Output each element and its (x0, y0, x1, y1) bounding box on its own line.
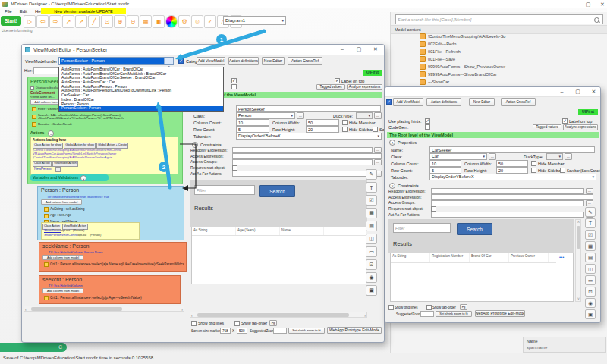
show-person-vmincontrol-link[interactable]: ShowPersonVmInControl (44, 234, 78, 237)
check-icon[interactable]: ✓ (204, 15, 216, 28)
pointer-arrow-icon[interactable]: ↗ (62, 15, 74, 28)
person-nesting-box[interactable]: Person : Person TV: IsSeekerResultGrid: … (37, 186, 184, 240)
readonly-dots-button[interactable]: ... (374, 147, 382, 153)
grid-tool-icon[interactable]: ▦ (585, 241, 596, 251)
set-shrink-zoom-button[interactable]: Set shrink zoom to fit (436, 311, 472, 317)
forward-icon[interactable]: ⇨ (49, 15, 61, 28)
seekcrit-crit-row[interactable]: Crit1 : Person.allInstances->select(p|p.… (44, 296, 178, 300)
menu-item[interactable]: File (5, 9, 12, 14)
class-select[interactable]: Car (429, 153, 487, 160)
tagged-values-button[interactable]: Tagged values (316, 84, 345, 90)
add-column-from-model-button[interactable]: Add column from model (42, 288, 83, 293)
button-tool-icon[interactable]: ▭ (585, 275, 596, 285)
camera-tool-icon[interactable]: ◉ (585, 298, 596, 308)
action-definitions-button[interactable]: Action definitions (426, 98, 461, 106)
hide-sidebar-checkbox[interactable] (531, 168, 536, 173)
readonly-dots-button[interactable]: ... (586, 188, 593, 194)
show-grid-lines-checkbox[interactable] (191, 321, 197, 326)
webapp-prototype-button[interactable]: WebApp Prototype Edit-Mode (475, 310, 525, 317)
access-groups-field[interactable] (431, 200, 584, 206)
edit-tool-icon[interactable]: ✎ (366, 169, 377, 180)
access-groups-dots-button[interactable]: ... (374, 159, 382, 165)
app-close-icon[interactable]: ✕ (596, 0, 607, 9)
ducktype-select[interactable] (356, 112, 373, 119)
association-icon[interactable]: ↗ (75, 15, 87, 28)
access-expression-field[interactable] (232, 153, 382, 159)
save-tool-icon[interactable]: ⊡ (366, 259, 377, 270)
tree-item[interactable]: ---ShowCar (391, 78, 607, 86)
gears-icon[interactable]: ⚙ (178, 15, 190, 28)
grid-icon[interactable]: ▦ (140, 15, 152, 28)
name-field[interactable] (236, 105, 381, 112)
column-width-field[interactable] (306, 119, 339, 126)
viewmodel-column-row[interactable]: AsString : self.asString (44, 207, 173, 212)
results-column-header[interactable]: As String (391, 253, 430, 262)
suggested-zoom-field[interactable] (420, 311, 434, 317)
button-tool-icon[interactable]: ▭ (366, 246, 377, 257)
uifirst-badge[interactable]: UIFirst (578, 109, 598, 115)
calendar-tool-icon[interactable]: ▤ (585, 253, 596, 262)
act-as-field[interactable] (431, 212, 584, 218)
scrollbar-thumb[interactable] (577, 226, 580, 249)
act-as-field[interactable] (232, 171, 373, 177)
analyze-expressions-button[interactable]: Analyze expressions (563, 124, 598, 130)
taborder-select[interactable]: DisplayOrderYBeforeX (429, 174, 596, 180)
column-width-field[interactable] (496, 160, 528, 167)
win2-maximize-icon[interactable]: ▢ (572, 87, 583, 96)
new-person-link[interactable]: NewPerson (34, 167, 52, 171)
requires-root-checkbox[interactable] (431, 206, 436, 212)
set-shrink-zoom-button[interactable]: Set shrink zoom to fit (288, 328, 325, 334)
size-width-field[interactable] (220, 328, 231, 334)
scroll-up-icon[interactable]: ˄ (577, 220, 580, 224)
ducktype-select[interactable] (546, 153, 563, 160)
tree-item[interactable]: 001File---Refresh (391, 48, 607, 55)
action-link[interactable]: [ControlTheMenuGrouping/AtAllLevels/Pers… (33, 155, 175, 159)
viewmodel-column-row[interactable]: Age : self.Age (44, 214, 173, 218)
add-column-from-model-button[interactable]: Add column from model (41, 199, 82, 205)
scroll-right-icon[interactable]: › (181, 307, 183, 312)
categ-checkbox[interactable] (386, 99, 392, 105)
viewmodel-combobox[interactable]: PersonSeeker : Person (58, 57, 174, 65)
column-count-field[interactable] (236, 119, 269, 126)
display-sub-columns-checkbox[interactable] (30, 86, 34, 90)
opt-out-button[interactable]: opt-out (61, 229, 70, 232)
update-banner[interactable]: New Version available UPDATE (41, 8, 126, 14)
readonly-expression-field[interactable] (232, 147, 373, 153)
size-height-field[interactable] (237, 328, 247, 334)
suggested-zoom-field[interactable] (273, 328, 287, 334)
start-button[interactable]: Start! (1, 16, 21, 26)
ducktype-dots-button[interactable]: ... (565, 153, 572, 160)
contact-tool-icon[interactable]: ◫ (585, 264, 596, 274)
app-maximize-icon[interactable]: ▢ (582, 0, 594, 9)
fg-box[interactable]: Fg (460, 304, 467, 310)
new-person-box[interactable] (55, 167, 61, 172)
tree-item[interactable]: 99999AutoForms---Show_PreviousOwner (391, 63, 607, 71)
categ-checkbox[interactable] (178, 58, 184, 64)
person-icon[interactable]: ☺ (191, 15, 203, 28)
tree-item[interactable]: !ControlTheMenuGrouping/AtAllLevels-So (391, 33, 607, 40)
show-tab-order-checkbox[interactable] (426, 305, 432, 310)
left-pane-hscrollbar[interactable]: ‹ › (24, 306, 184, 312)
zoom-in-icon[interactable]: ⊕ (114, 15, 126, 28)
access-groups-field[interactable] (232, 159, 373, 165)
scroll-right-icon[interactable]: › (364, 313, 366, 318)
class-dots-button[interactable]: ... (489, 153, 496, 160)
win2-close-icon[interactable]: ✕ (588, 87, 599, 96)
column-count-field[interactable] (429, 160, 461, 167)
text-tool-icon[interactable]: T (366, 182, 377, 193)
preview-search-button[interactable]: Search (457, 223, 492, 235)
new-editor-button[interactable]: New Editor (262, 57, 285, 65)
new-editor-button[interactable]: New Editor (469, 98, 495, 106)
show-tab-order-checkbox[interactable] (234, 321, 240, 326)
seekname-nesting-box[interactable]: seekName : Person TV: Eco.HideGridColumn… (39, 242, 187, 272)
win1-close-icon[interactable]: ✕ (370, 45, 382, 54)
viewmodel-column-row[interactable]: Results : vSeekerResult (32, 122, 153, 127)
win2-minimize-icon[interactable]: – (556, 87, 568, 96)
results-column-header[interactable]: Registration Number (430, 253, 470, 262)
ducktype-dots-button[interactable]: ... (374, 112, 382, 119)
hide-menubar-checkbox[interactable] (342, 120, 348, 125)
save-tool-icon[interactable]: ⊡ (585, 287, 596, 297)
row-count-field[interactable] (236, 126, 269, 133)
preview-search-button[interactable]: Search (259, 185, 295, 197)
results-column-header[interactable]: Name (280, 228, 324, 235)
